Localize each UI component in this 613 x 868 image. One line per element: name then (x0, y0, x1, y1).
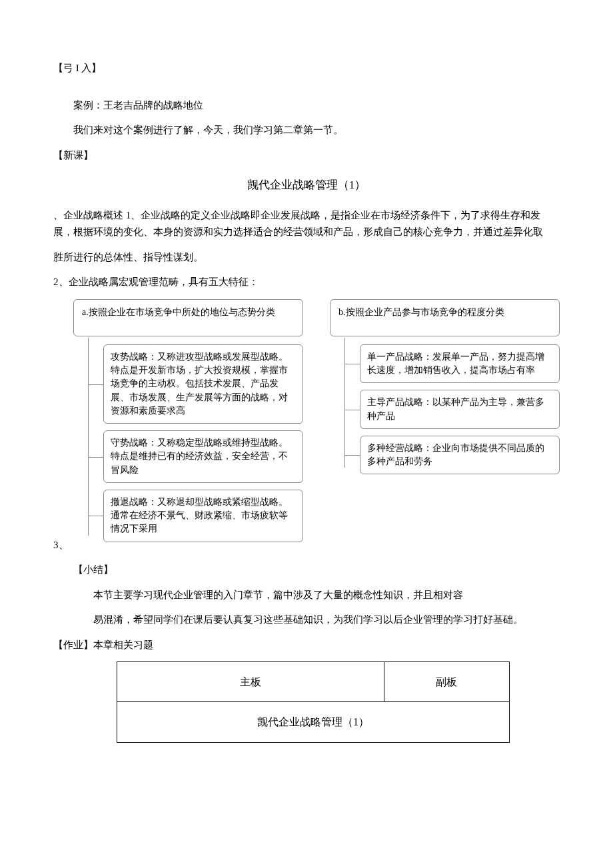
summary-p1: 本节主要学习现代企业管理的入门章节，篇中涉及了大量的概念性知识，并且相对容 (53, 587, 560, 604)
diagram-right-item: 主导产品战略：以某种产品为主导，兼营多种产品 (360, 390, 560, 429)
summary-p2: 易混淆，希望同学们在课后要认真复习这些基础知识，为我们学习以后企业管理的学习打好… (53, 612, 560, 629)
table-row: 觊代企业战略管理（1） (117, 702, 510, 742)
lesson-title: 觊代企业战略管理（1） (53, 176, 560, 195)
classification-diagram: a.按照企业在市场竞争中所处的地位与态势分类 攻势战略：又称进攻型战略或发展型战… (73, 299, 560, 549)
diagram-right-column: b.按照企业产品参与市场竞争的程度分类 单一产品战略：发展单一产品，努力提高增长… (330, 299, 560, 482)
diagram-right-header: b.按照企业产品参与市场竞争的程度分类 (330, 299, 560, 336)
para-overview: 、企业战略概述 1、企业战略的定义企业战略即企业发展战略，是指企业在市场经济条件… (53, 207, 560, 241)
homework-line: 【作业】本章相关习题 (53, 637, 560, 654)
new-lesson-marker: 【新课】 (53, 147, 560, 165)
para-continue: 胜所进行的总体性、指导性谋划。 (53, 249, 560, 266)
table-header-main: 主板 (117, 662, 384, 702)
connector-line (88, 338, 89, 536)
diagram-left-column: a.按照企业在市场竞争中所处的地位与态势分类 攻势战略：又称进攻型战略或发展型战… (73, 299, 303, 549)
table-row: 主板 副板 (117, 662, 510, 702)
case-line: 案例：王老吉品牌的战略地位 (53, 97, 560, 115)
summary-marker: 【小结】 (53, 562, 560, 579)
para-features: 2、企业战略属宏观管理范畴，具有五大特征： (53, 274, 560, 291)
table-content: 觊代企业战略管理（1） (117, 702, 510, 742)
intro-marker: 【弓 I 入】 (53, 60, 560, 77)
diagram-right-item: 多种经营战略：企业向市场提供不同品质的多种产品和劳务 (360, 436, 560, 475)
diagram-left-item: 撤退战略：又称退却型战略或紧缩型战略。通常在经济不景气、财政紧缩、市场疲软等情况… (103, 490, 303, 542)
diagram-left-header: a.按照企业在市场竞争中所处的地位与态势分类 (73, 299, 303, 336)
case-desc: 我们来对这个案例进行了解，今天，我们学习第二章第一节。 (53, 122, 560, 139)
diagram-left-item: 守势战略：又称稳定型战略或维持型战略。特点是维持已有的经济效益，安全经营，不冒风… (103, 430, 303, 483)
board-table: 主板 副板 觊代企业战略管理（1） (117, 661, 510, 742)
table-header-sub: 副板 (384, 662, 509, 702)
diagram-right-item: 单一产品战略：发展单一产品，努力提高增长速度，增加销售收入，提高市场占有率 (360, 344, 560, 384)
diagram-left-item: 攻势战略：又称进攻型战略或发展型战略。特点是开发新市场，扩大投资规模，掌握市场竞… (103, 344, 303, 424)
connector-line (344, 338, 345, 468)
